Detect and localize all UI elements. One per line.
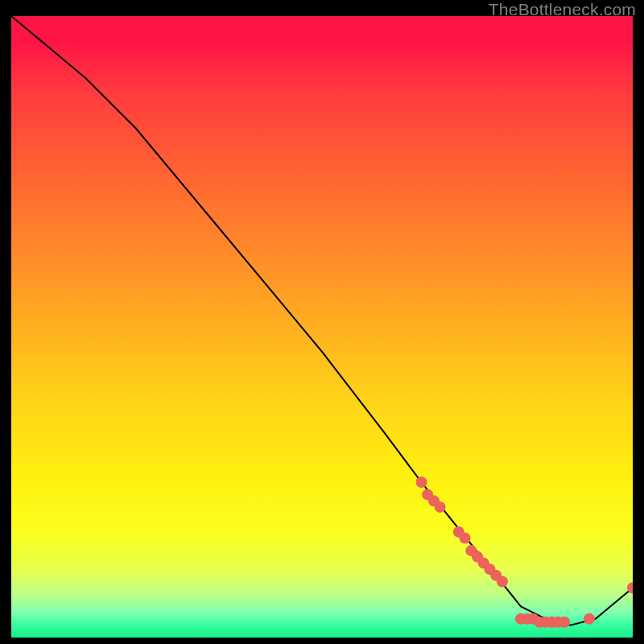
watermark-text: TheBottleneck.com (489, 0, 636, 19)
chart-overlay (11, 16, 633, 638)
data-point-marker (435, 502, 446, 513)
data-point-marker (559, 617, 570, 628)
data-point-markers (416, 477, 634, 628)
bottleneck-curve-line (11, 16, 633, 625)
chart-stage: TheBottleneck.com (0, 0, 644, 644)
data-point-marker (460, 533, 471, 544)
data-point-marker (497, 576, 508, 588)
data-point-marker (416, 477, 427, 488)
data-point-marker (584, 613, 595, 625)
